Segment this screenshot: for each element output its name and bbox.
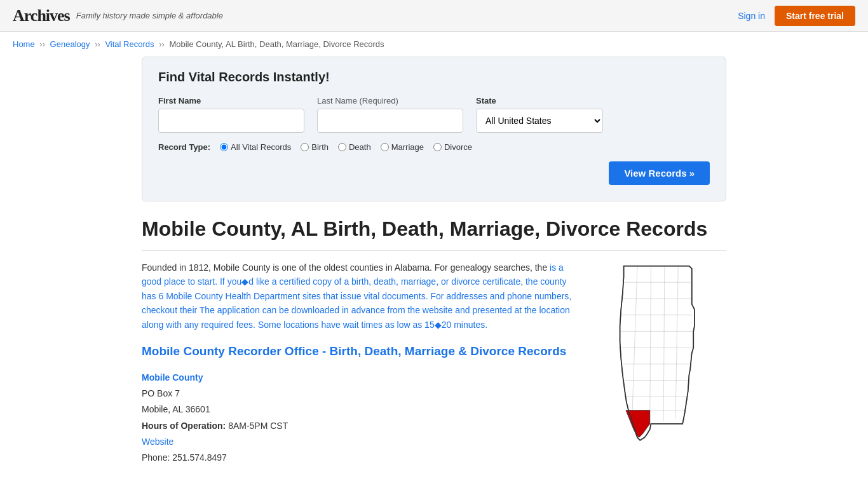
breadcrumb: Home ›› Genealogy ›› Vital Records ›› Mo… [0,32,868,57]
radio-birth[interactable] [301,143,309,151]
radio-marriage[interactable] [381,143,389,151]
last-name-input[interactable] [317,109,463,133]
first-name-group: First Name [158,96,304,133]
recorder-section: Mobile County Recorder Office - Birth, D… [142,344,580,466]
office-website: Website [142,434,580,450]
header-right: Sign in Start free trial [738,6,855,26]
breadcrumb-vital-records[interactable]: Vital Records [105,39,154,49]
website-link[interactable]: Website [142,437,173,447]
breadcrumb-current: Mobile County, AL Birth, Death, Marriage… [169,39,384,49]
search-fields: First Name Last Name (Required) State Al… [158,96,710,133]
sign-in-link[interactable]: Sign in [738,11,765,21]
view-records-button[interactable]: View Records » [609,161,710,185]
record-type-divorce[interactable]: Divorce [433,142,472,152]
record-type-marriage[interactable]: Marriage [381,142,424,152]
record-type-death[interactable]: Death [338,142,371,152]
record-type-row: Record Type: All Vital Records Birth Dea… [158,142,710,152]
first-name-input[interactable] [158,109,304,133]
breadcrumb-home[interactable]: Home [13,39,35,49]
last-name-label: Last Name (Required) [317,96,463,105]
radio-death[interactable] [338,143,346,151]
search-btn-row: View Records » [158,161,710,185]
office-hours: Hours of Operation: 8AM-5PM CST [142,418,580,434]
office-info: Mobile County PO Box 7 Mobile, AL 36601 … [142,370,580,466]
alabama-map [599,261,714,451]
map-container [599,261,726,453]
radio-divorce[interactable] [433,143,442,151]
search-title: Find Vital Records Instantly! [158,70,710,85]
page-description: Founded in 1812, Mobile County is one of… [142,261,580,332]
phone-value: 251.574.8497 [172,452,227,463]
record-type-birth[interactable]: Birth [301,142,329,152]
recorder-title[interactable]: Mobile County Recorder Office - Birth, D… [142,344,580,358]
site-logo: Archives [13,6,70,25]
last-name-group: Last Name (Required) [317,96,463,133]
header-left: Archives Family history made simple & af… [13,6,223,25]
page-title: Mobile County, AL Birth, Death, Marriage… [142,217,726,251]
start-trial-button[interactable]: Start free trial [775,6,855,26]
main-content: Find Vital Records Instantly! First Name… [129,57,739,488]
radio-all-vital[interactable] [220,143,228,151]
hours-label: Hours of Operation: [142,421,226,431]
office-address2: Mobile, AL 36601 [142,402,580,417]
breadcrumb-sep1: ›› [39,39,45,49]
office-name[interactable]: Mobile County [142,370,580,386]
first-name-label: First Name [158,96,304,105]
state-select[interactable]: All United States [476,109,603,133]
breadcrumb-sep3: ›› [159,39,165,49]
site-tagline: Family history made simple & affordable [76,11,223,20]
record-type-label: Record Type: [158,142,210,152]
content-area: Founded in 1812, Mobile County is one of… [142,261,726,466]
state-label: State [476,96,603,105]
state-group: State All United States [476,96,603,133]
breadcrumb-genealogy[interactable]: Genealogy [50,39,90,49]
site-header: Archives Family history made simple & af… [0,0,868,32]
breadcrumb-sep2: ›› [95,39,100,49]
record-type-all-vital[interactable]: All Vital Records [220,142,291,152]
office-address1: PO Box 7 [142,386,580,402]
search-box: Find Vital Records Instantly! First Name… [142,57,726,201]
office-phone: Phone: 251.574.8497 [142,450,580,466]
hours-value: 8AM-5PM CST [228,421,288,431]
content-text: Founded in 1812, Mobile County is one of… [142,261,580,466]
phone-label: Phone: [142,452,170,463]
